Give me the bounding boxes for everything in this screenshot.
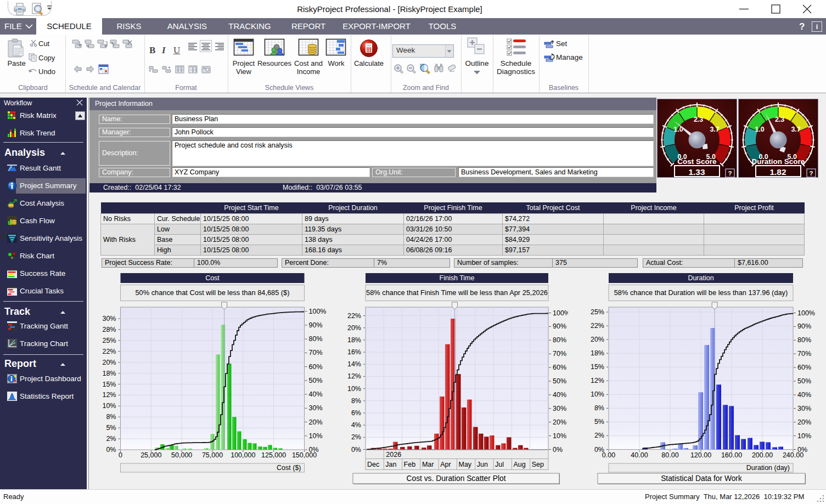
svg-text:2%: 2% xyxy=(594,432,604,439)
svg-text:18%: 18% xyxy=(102,370,116,377)
svg-text:Cost Score: Cost Score xyxy=(677,157,717,166)
svg-text:20%: 20% xyxy=(591,336,604,343)
svg-text:90%: 90% xyxy=(553,322,566,330)
svg-text:Jan: Jan xyxy=(385,461,396,468)
svg-text:240.00: 240.00 xyxy=(783,451,803,459)
svg-text:12%: 12% xyxy=(591,377,604,384)
svg-text:22%: 22% xyxy=(591,322,604,330)
svg-text:0: 0 xyxy=(119,451,122,459)
svg-text:2.3: 2.3 xyxy=(694,116,703,123)
svg-text:5%: 5% xyxy=(594,418,604,426)
svg-text:100%: 100% xyxy=(309,308,327,315)
svg-text:100%: 100% xyxy=(797,309,815,317)
svg-text:Duration (day): Duration (day) xyxy=(746,464,790,472)
svg-text:15%: 15% xyxy=(591,363,604,371)
svg-text:20%: 20% xyxy=(347,324,361,332)
svg-text:2.3: 2.3 xyxy=(775,116,784,123)
svg-text:70%: 70% xyxy=(553,350,566,358)
svg-text:12%: 12% xyxy=(102,391,116,399)
svg-text:25%: 25% xyxy=(591,308,604,316)
svg-text:10%: 10% xyxy=(591,390,604,398)
svg-text:1.33: 1.33 xyxy=(688,167,705,177)
svg-text:60%: 60% xyxy=(309,363,323,371)
svg-text:20%: 20% xyxy=(309,418,323,426)
svg-text:22%: 22% xyxy=(102,348,116,355)
svg-text:100,000: 100,000 xyxy=(231,451,255,459)
svg-text:10%: 10% xyxy=(553,432,566,440)
svg-text:120.00: 120.00 xyxy=(690,451,711,459)
svg-text:10%: 10% xyxy=(309,432,323,440)
svg-text:Feb: Feb xyxy=(404,461,416,468)
svg-text:100%: 100% xyxy=(553,309,568,317)
svg-text:20%: 20% xyxy=(797,418,811,426)
svg-text:Dec: Dec xyxy=(367,461,379,468)
svg-text:10%: 10% xyxy=(347,385,361,393)
svg-text:58% chance that Finish Time wi: 58% chance that Finish Time will be less… xyxy=(366,288,548,297)
svg-text:22%: 22% xyxy=(347,312,361,320)
svg-text:Finish Time: Finish Time xyxy=(440,274,475,282)
svg-text:May: May xyxy=(459,461,472,468)
svg-text:Aug: Aug xyxy=(513,461,525,468)
svg-text:160.00: 160.00 xyxy=(721,451,742,459)
svg-text:50%: 50% xyxy=(553,377,566,385)
svg-text:3.7: 3.7 xyxy=(710,126,719,133)
svg-text:0%: 0% xyxy=(553,446,563,454)
svg-text:0%: 0% xyxy=(106,446,116,454)
svg-text:8%: 8% xyxy=(106,413,116,421)
svg-text:Jul: Jul xyxy=(495,461,504,468)
svg-text:10%: 10% xyxy=(797,432,811,440)
svg-text:18%: 18% xyxy=(591,349,604,357)
svg-text:0.00: 0.00 xyxy=(602,451,615,459)
svg-text:90%: 90% xyxy=(309,321,323,329)
svg-text:50% chance that Cost will be l: 50% chance that Cost will be less than 8… xyxy=(136,288,290,297)
svg-text:3.7: 3.7 xyxy=(791,126,800,133)
svg-text:8%: 8% xyxy=(594,404,604,412)
svg-text:70%: 70% xyxy=(797,350,811,358)
svg-text:60%: 60% xyxy=(553,364,566,371)
svg-text:15%: 15% xyxy=(102,381,116,388)
svg-text:50%: 50% xyxy=(309,377,323,384)
svg-text:60%: 60% xyxy=(797,364,811,371)
svg-text:Apr: Apr xyxy=(440,461,451,468)
svg-text:30%: 30% xyxy=(797,405,811,412)
svg-text:40%: 40% xyxy=(797,391,811,399)
svg-text:80%: 80% xyxy=(553,336,566,344)
svg-text:80%: 80% xyxy=(309,335,323,343)
svg-text:28%: 28% xyxy=(102,326,116,333)
svg-text:58% chance that Duration will: 58% chance that Duration will be less th… xyxy=(614,288,788,297)
svg-text:30%: 30% xyxy=(553,405,566,412)
svg-text:Statistical Data for Work: Statistical Data for Work xyxy=(661,474,742,483)
svg-text:30%: 30% xyxy=(309,404,323,412)
svg-text:50%: 50% xyxy=(797,377,811,385)
svg-text:200.00: 200.00 xyxy=(752,451,773,459)
svg-text:80%: 80% xyxy=(797,336,811,344)
svg-text:Cost vs. Duration Scatter Plot: Cost vs. Duration Scatter Plot xyxy=(407,474,506,483)
svg-text:75,000: 75,000 xyxy=(202,451,223,459)
svg-text:40%: 40% xyxy=(309,390,323,398)
svg-text:2026: 2026 xyxy=(386,451,401,458)
svg-text:0%: 0% xyxy=(351,446,361,454)
svg-text:50,000: 50,000 xyxy=(171,451,192,459)
svg-text:16%: 16% xyxy=(347,348,361,356)
svg-text:Cost ($): Cost ($) xyxy=(277,464,301,472)
svg-text:1.0: 1.0 xyxy=(755,126,764,133)
svg-text:12%: 12% xyxy=(347,372,361,380)
svg-text:2%: 2% xyxy=(106,435,116,443)
svg-text:Sep: Sep xyxy=(532,461,544,468)
svg-text:Duration: Duration xyxy=(688,274,713,282)
svg-text:1.82: 1.82 xyxy=(769,167,786,177)
svg-text:40.00: 40.00 xyxy=(631,451,648,459)
svg-text:25,000: 25,000 xyxy=(141,451,161,459)
svg-text:14%: 14% xyxy=(347,360,361,368)
svg-text:20%: 20% xyxy=(102,359,116,366)
svg-text:2%: 2% xyxy=(351,433,361,441)
svg-text:70%: 70% xyxy=(309,349,323,356)
svg-text:80.00: 80.00 xyxy=(661,451,678,459)
svg-text:25%: 25% xyxy=(102,337,116,344)
svg-text:6%: 6% xyxy=(351,409,361,417)
svg-text:30%: 30% xyxy=(102,315,116,322)
svg-text:40%: 40% xyxy=(553,391,566,399)
svg-text:8%: 8% xyxy=(351,397,361,405)
svg-text:5%: 5% xyxy=(106,424,116,432)
svg-text:10%: 10% xyxy=(102,402,116,410)
